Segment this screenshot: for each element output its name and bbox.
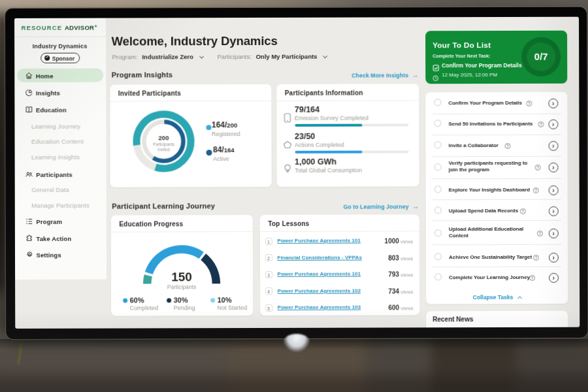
svg-text:Participants: Participants [153,142,174,147]
svg-text:Invited: Invited [157,147,170,152]
svg-text:200: 200 [158,134,169,141]
